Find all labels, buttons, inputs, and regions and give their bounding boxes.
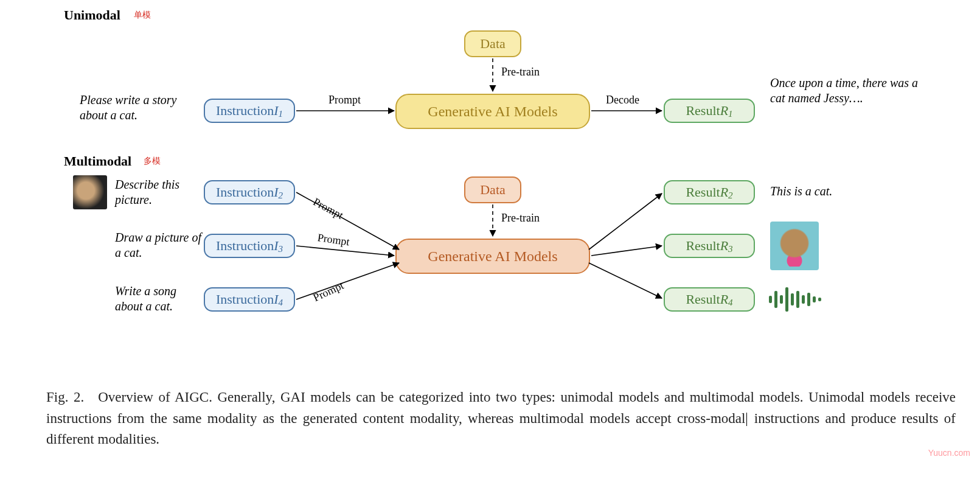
prompt-text-m2: Draw a picture of a cat. <box>115 230 206 260</box>
edge-label-pretrain-unimodal: Pre-train <box>501 66 540 79</box>
instruction-var: I <box>274 292 278 307</box>
model-box-multimodal: Generative AI Models <box>395 239 590 274</box>
result-label: Result <box>686 184 720 200</box>
data-box-multimodal: Data <box>464 176 521 203</box>
instruction-label: Instruction <box>216 238 274 254</box>
result-sub: 1 <box>728 109 733 119</box>
result-label: Result <box>686 292 720 307</box>
instruction-sub: 1 <box>279 109 283 119</box>
edge-label-prompt-m2: Prompt <box>317 231 350 248</box>
result-box-3: Result R 3 <box>664 234 755 258</box>
output-cat-generated-image <box>770 222 819 270</box>
instruction-box-4: Instruction I 4 <box>204 287 295 312</box>
model-box-unimodal: Generative AI Models <box>395 94 590 129</box>
result-var: R <box>720 184 728 200</box>
data-box-unimodal: Data <box>464 30 521 57</box>
edge-label-prompt-unimodal: Prompt <box>328 94 361 107</box>
instruction-var: I <box>274 103 278 119</box>
edge-label-pretrain-multi: Pre-train <box>501 212 540 225</box>
section-title-multimodal: Multimodal <box>64 153 131 169</box>
output-audio-waveform-icon <box>768 286 822 313</box>
instruction-label: Instruction <box>216 292 274 307</box>
result-var: R <box>720 292 728 307</box>
result-box-1: Result R 1 <box>664 99 755 123</box>
instruction-var: I <box>274 238 278 254</box>
annotation-multimodal: 多模 <box>144 156 161 167</box>
data-label: Data <box>480 182 506 198</box>
result-label: Result <box>686 103 720 119</box>
svg-line-8 <box>591 246 662 256</box>
text-cursor-icon <box>746 413 747 426</box>
input-cat-image <box>73 175 107 209</box>
instruction-sub: 3 <box>279 244 283 254</box>
prompt-text-m3: Write a song about a cat. <box>115 284 206 314</box>
instruction-box-3: Instruction I 3 <box>204 234 295 258</box>
instruction-var: I <box>274 184 278 200</box>
watermark-text: Yuucn.com <box>928 448 970 458</box>
edge-label-prompt-m1: Prompt <box>311 195 346 222</box>
result-label: Result <box>686 238 720 254</box>
result-sub: 4 <box>728 298 733 308</box>
result-sub: 2 <box>728 190 733 201</box>
output-text-m1: This is a cat. <box>770 184 832 199</box>
model-label: Generative AI Models <box>428 248 557 265</box>
output-text-unimodal: Once upon a time, there was a cat named … <box>770 75 928 106</box>
svg-line-9 <box>589 263 662 298</box>
model-label: Generative AI Models <box>428 103 557 120</box>
diagram-canvas: Unimodal 单模 Multimodal 多模 Please write a… <box>0 0 980 482</box>
figure-caption: Fig. 2. Overview of AIGC. Generally, GAI… <box>46 387 956 450</box>
result-sub: 3 <box>728 244 733 254</box>
instruction-sub: 2 <box>279 190 283 201</box>
svg-line-7 <box>589 194 662 250</box>
section-title-unimodal: Unimodal <box>64 7 120 23</box>
result-var: R <box>720 238 728 254</box>
prompt-text-unimodal: Please write a story about a cat. <box>80 93 195 123</box>
instruction-label: Instruction <box>216 103 274 119</box>
instruction-sub: 4 <box>279 298 283 308</box>
prompt-text-m1: Describe this picture. <box>115 177 206 208</box>
data-label: Data <box>480 36 506 52</box>
edge-label-decode-unimodal: Decode <box>606 94 639 107</box>
instruction-box-2: Instruction I 2 <box>204 180 295 204</box>
annotation-unimodal: 单模 <box>134 10 151 21</box>
instruction-label: Instruction <box>216 184 274 200</box>
instruction-box-1: Instruction I 1 <box>204 99 295 123</box>
result-box-2: Result R 2 <box>664 180 755 204</box>
result-box-4: Result R 4 <box>664 287 755 312</box>
result-var: R <box>720 103 728 119</box>
edge-label-prompt-m3: Prompt <box>311 279 346 304</box>
